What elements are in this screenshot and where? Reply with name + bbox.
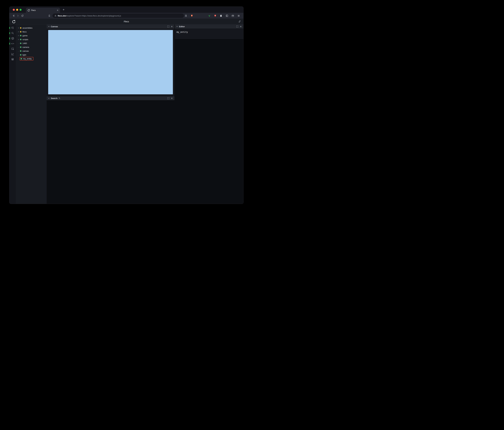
tab-close-icon[interactable]: ✕ [57, 9, 58, 11]
share-link-icon[interactable] [238, 20, 241, 23]
search-icon [58, 97, 60, 99]
url-path: /explorer/?wasm=https://www.flecs.dev/ex… [66, 15, 121, 17]
entity-square-icon [20, 43, 21, 44]
module-square-icon [20, 31, 21, 33]
tree-item-label: game [22, 35, 27, 37]
app-header: Flecs [9, 19, 243, 25]
search-icon[interactable] [11, 32, 15, 35]
tree-item-canvas[interactable]: – canvas [16, 49, 47, 53]
v-extension-icon[interactable]: V [207, 14, 211, 18]
bookmark-icon[interactable] [47, 14, 51, 18]
canvas-panel: Canvas ✕ [47, 25, 174, 96]
expand-chevron-icon[interactable] [18, 27, 19, 29]
chevron-down-icon[interactable] [48, 26, 50, 27]
search-panel-header: Search ✕ [47, 96, 174, 100]
selection-highlight-box: my_entity [20, 57, 33, 61]
sidebar-toggle-icon[interactable] [225, 14, 229, 18]
red-shield-extension-icon[interactable] [213, 14, 217, 18]
url-bar[interactable]: flecs.dev/explorer/?wasm=https://www.fle… [53, 14, 184, 18]
leaf-dash-icon: – [18, 43, 19, 44]
puzzle-extensions-icon[interactable] [219, 14, 223, 18]
tree-item-my-entity[interactable]: – my_entity [16, 57, 47, 61]
canvas-panel-header: Canvas ✕ [47, 25, 174, 28]
url-text: flecs.dev/explorer/?wasm=https://www.fle… [58, 15, 121, 17]
collapsed-dot-icon[interactable] [48, 98, 49, 99]
entity-square-icon [20, 35, 21, 36]
canvas-panel-title: Canvas [51, 25, 58, 28]
tree-item-label: 1460 [22, 42, 27, 45]
editor-panel-header: Editor ✕ [175, 25, 243, 28]
tab-strip: Flecs ✕ + [9, 7, 243, 13]
toolbar-separator: | [189, 14, 189, 17]
close-panel-icon[interactable]: ✕ [171, 97, 173, 99]
tree-item-game[interactable]: game [16, 34, 47, 37]
module-square-icon [20, 27, 21, 29]
tree-item-label: scripts [22, 38, 28, 41]
render-canvas[interactable] [48, 30, 173, 94]
traffic-light-zoom[interactable] [19, 9, 22, 11]
tree-item-1460[interactable]: – 1460 [16, 41, 47, 45]
code-icon[interactable]: </> [11, 42, 15, 45]
cube-icon[interactable] [11, 37, 15, 40]
tab-favicon-flecs-logo [27, 9, 30, 11]
browser-window: Flecs ✕ + fl [9, 7, 243, 204]
forward-button[interactable] [16, 14, 20, 18]
tab-title: Flecs [31, 9, 55, 11]
canvas-content [47, 28, 174, 96]
expand-chevron-icon[interactable] [18, 39, 19, 40]
browser-tab[interactable]: Flecs ✕ [26, 8, 60, 13]
tree-item-label: canvas [22, 50, 29, 52]
main-empty-area [47, 100, 174, 204]
close-panel-icon[interactable]: ✕ [240, 25, 242, 28]
editor-column: Editor ✕ my_entity [175, 25, 243, 204]
chart-icon[interactable] [11, 53, 15, 55]
tree-item-flecs[interactable]: flecs [16, 30, 47, 34]
expand-panel-icon[interactable] [167, 25, 170, 28]
new-tab-button[interactable]: + [61, 7, 66, 12]
leaf-dash-icon: – [18, 58, 19, 60]
main-column: Canvas ✕ Search [47, 25, 174, 204]
tree-item-label: assemblies [22, 27, 33, 29]
inspect-icon[interactable] [11, 47, 15, 50]
traffic-light-minimize[interactable] [16, 9, 18, 11]
window-controls [13, 9, 22, 11]
share-icon[interactable] [184, 14, 188, 18]
tree-item-camera[interactable]: – camera [16, 45, 47, 49]
editor-empty-area [175, 39, 243, 204]
extension-icons: V [207, 14, 241, 18]
lock-icon [54, 15, 56, 17]
traffic-light-close[interactable] [13, 9, 15, 11]
app-title: Flecs [9, 20, 243, 23]
expand-chevron-icon[interactable] [18, 31, 19, 33]
entity-tree-panel: assemblies flecs game scripts [16, 25, 47, 204]
left-icon-rail: </> [9, 25, 16, 204]
tree-item-label: flecs [22, 31, 27, 33]
expand-chevron-icon[interactable] [18, 35, 19, 36]
tree-item-scripts[interactable]: scripts [16, 37, 47, 41]
wallet-icon[interactable] [231, 14, 235, 18]
leaf-dash-icon: – [18, 50, 19, 52]
reload-button[interactable] [20, 14, 25, 18]
url-domain: flecs.dev [58, 15, 66, 17]
editor-panel-title: Editor [179, 25, 185, 28]
app-body: </> assemblies [9, 25, 243, 204]
expand-panel-icon[interactable] [236, 25, 238, 28]
brave-shield-icon[interactable] [190, 14, 194, 18]
tree-item-light[interactable]: – light [16, 53, 47, 57]
close-panel-icon[interactable]: ✕ [171, 25, 173, 28]
menu-hamburger-icon[interactable] [237, 14, 241, 18]
entity-square-icon [20, 50, 21, 52]
tree-item-label: light [22, 54, 26, 56]
tree-item-label: my_entity [23, 58, 32, 60]
rows-icon[interactable] [11, 58, 15, 61]
script-editor[interactable]: my_entity [175, 28, 243, 39]
tree-item-assemblies[interactable]: assemblies [16, 26, 47, 30]
hierarchy-icon[interactable] [11, 26, 15, 29]
chevron-down-icon[interactable] [176, 26, 178, 27]
expand-panel-icon[interactable] [167, 97, 170, 99]
search-panel: Search ✕ [47, 96, 174, 100]
leaf-dash-icon: – [18, 46, 19, 48]
back-button[interactable] [11, 14, 16, 18]
entity-square-icon [20, 46, 21, 48]
entity-square-icon [20, 54, 21, 55]
